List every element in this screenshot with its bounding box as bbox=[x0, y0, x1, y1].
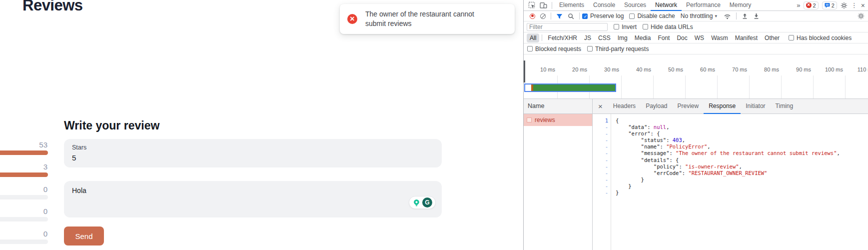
has-blocked-cookies-label: Has blocked cookies bbox=[797, 34, 852, 42]
reviews-page: Reviews The owner of the restaurant cann… bbox=[0, 0, 523, 250]
tab-memory[interactable]: Memory bbox=[725, 0, 756, 11]
chip-ws[interactable]: WS bbox=[692, 34, 707, 42]
preserve-log-checkbox[interactable] bbox=[582, 14, 588, 19]
network-filter-row: Invert Hide data URLs bbox=[524, 22, 868, 32]
chip-media[interactable]: Media bbox=[632, 34, 654, 42]
hide-data-urls-checkbox[interactable] bbox=[643, 24, 648, 30]
stars-label: Stars bbox=[72, 144, 434, 151]
chip-css[interactable]: CSS bbox=[595, 34, 614, 42]
grammarly-widget[interactable]: G bbox=[409, 196, 436, 209]
network-settings-gear-icon[interactable] bbox=[858, 12, 868, 20]
devtools-panel: ElementsConsoleSourcesNetworkPerformance… bbox=[523, 0, 868, 250]
timeline-gridline bbox=[653, 76, 654, 98]
record-network-log-icon[interactable] bbox=[530, 14, 535, 19]
chip-wasm[interactable]: Wasm bbox=[708, 34, 731, 42]
request-row-reviews[interactable]: reviews bbox=[524, 114, 592, 126]
inspect-element-icon[interactable] bbox=[528, 2, 536, 9]
network-body: Name reviews × HeadersPayloadPreviewResp… bbox=[524, 99, 868, 250]
request-waterfall-bar[interactable] bbox=[524, 84, 616, 92]
request-name-column: Name reviews bbox=[524, 99, 593, 250]
network-overview-timeline[interactable]: 10 ms20 ms30 ms40 ms50 ms60 ms70 ms80 ms… bbox=[524, 54, 868, 99]
detail-tab-preview[interactable]: Preview bbox=[673, 99, 704, 114]
issues-count-badge[interactable]: 2 bbox=[822, 2, 837, 10]
devtools-tabbar: ElementsConsoleSourcesNetworkPerformance… bbox=[524, 0, 868, 11]
throttling-select[interactable]: No throttling ▾ bbox=[681, 12, 717, 20]
tab-performance[interactable]: Performance bbox=[682, 0, 725, 11]
network-toolbar: Preserve log Disable cache No throttling… bbox=[524, 11, 868, 22]
chip-all[interactable]: All bbox=[527, 34, 539, 42]
fold-marker: - bbox=[593, 183, 611, 190]
code-line: "status": 403, bbox=[616, 137, 868, 144]
export-har-icon[interactable] bbox=[753, 13, 760, 20]
timeline-tick-label: 100 ms bbox=[815, 66, 843, 72]
request-detail-pane: × HeadersPayloadPreviewResponseInitiator… bbox=[593, 99, 868, 250]
chip-fetch-xhr[interactable]: Fetch/XHR bbox=[545, 34, 580, 42]
fold-marker: - bbox=[593, 176, 611, 183]
review-textarea[interactable]: Hola G bbox=[64, 181, 442, 218]
settings-gear-icon[interactable] bbox=[841, 2, 848, 9]
request-detail-tabs: × HeadersPayloadPreviewResponseInitiator… bbox=[593, 99, 868, 114]
detail-tab-response[interactable]: Response bbox=[704, 99, 741, 114]
divider bbox=[551, 12, 551, 20]
tab-sources[interactable]: Sources bbox=[620, 0, 651, 11]
chip-doc[interactable]: Doc bbox=[674, 34, 690, 42]
more-tabs-icon[interactable]: » bbox=[797, 2, 800, 9]
detail-tab-initiator[interactable]: Initiator bbox=[741, 99, 770, 114]
third-party-requests-label: Third-party requests bbox=[595, 46, 649, 52]
rating-bar bbox=[0, 172, 48, 177]
detail-tab-payload[interactable]: Payload bbox=[641, 99, 672, 114]
detail-tab-timing[interactable]: Timing bbox=[771, 99, 799, 114]
chip-img[interactable]: Img bbox=[615, 34, 631, 42]
third-party-requests-checkbox[interactable] bbox=[587, 46, 593, 52]
filter-input[interactable] bbox=[527, 23, 608, 31]
timeline-gridline bbox=[781, 76, 782, 98]
detail-tab-headers[interactable]: Headers bbox=[608, 99, 641, 114]
code-line: } bbox=[616, 183, 868, 190]
error-count-badge[interactable]: 2 bbox=[804, 2, 819, 10]
chip-font[interactable]: Font bbox=[655, 34, 673, 42]
waterfall-waiting-segment bbox=[525, 84, 531, 91]
tab-elements[interactable]: Elements bbox=[555, 0, 589, 11]
disable-cache-label: Disable cache bbox=[637, 12, 675, 20]
chip-other[interactable]: Other bbox=[762, 34, 783, 42]
request-toggles-row: Blocked requests Third-party requests bbox=[524, 44, 868, 54]
disable-cache-checkbox[interactable] bbox=[629, 14, 635, 19]
stars-input[interactable]: Stars 5 bbox=[64, 139, 442, 168]
request-name: reviews bbox=[535, 116, 555, 124]
code-line: "error": { bbox=[616, 130, 868, 137]
invert-checkbox[interactable] bbox=[614, 24, 619, 30]
grammarly-g-icon: G bbox=[422, 198, 432, 208]
kebab-menu-icon[interactable]: ⋮ bbox=[851, 2, 858, 9]
timeline-tick-label: 110 ms bbox=[847, 66, 868, 72]
chip-manifest[interactable]: Manifest bbox=[732, 34, 761, 42]
import-har-icon[interactable] bbox=[742, 13, 748, 20]
blocked-requests-checkbox[interactable] bbox=[527, 46, 533, 52]
fold-marker: - bbox=[593, 157, 611, 164]
tab-console[interactable]: Console bbox=[589, 0, 620, 11]
close-devtools-icon[interactable]: × bbox=[861, 2, 865, 10]
clear-network-log-icon[interactable] bbox=[540, 14, 546, 19]
tab-network[interactable]: Network bbox=[651, 0, 682, 11]
close-detail-icon[interactable]: × bbox=[593, 102, 608, 110]
search-icon[interactable] bbox=[568, 13, 574, 20]
divider bbox=[542, 34, 542, 41]
divider bbox=[736, 12, 737, 20]
code-line: "data": null, bbox=[616, 124, 868, 130]
send-button[interactable]: Send bbox=[64, 226, 104, 246]
chip-js[interactable]: JS bbox=[581, 34, 594, 42]
timeline-handle[interactable] bbox=[524, 60, 525, 82]
network-conditions-icon[interactable] bbox=[724, 13, 731, 20]
response-source-view[interactable]: 1----------- { "data": null, "error": { … bbox=[593, 114, 868, 250]
code-line: } bbox=[616, 176, 868, 183]
timeline-tick-label: 40 ms bbox=[623, 66, 651, 72]
fold-marker: - bbox=[593, 150, 611, 156]
error-toast[interactable]: The owner of the restaurant cannot submi… bbox=[340, 4, 515, 34]
device-toolbar-icon[interactable] bbox=[540, 2, 547, 9]
rating-bar bbox=[0, 195, 48, 200]
rating-count: 0 bbox=[43, 230, 47, 238]
timeline-gridline bbox=[621, 76, 622, 98]
name-column-header[interactable]: Name bbox=[524, 99, 592, 114]
filter-funnel-icon[interactable] bbox=[556, 13, 563, 20]
has-blocked-cookies-checkbox[interactable] bbox=[789, 35, 794, 40]
review-text: Hola bbox=[72, 186, 86, 194]
